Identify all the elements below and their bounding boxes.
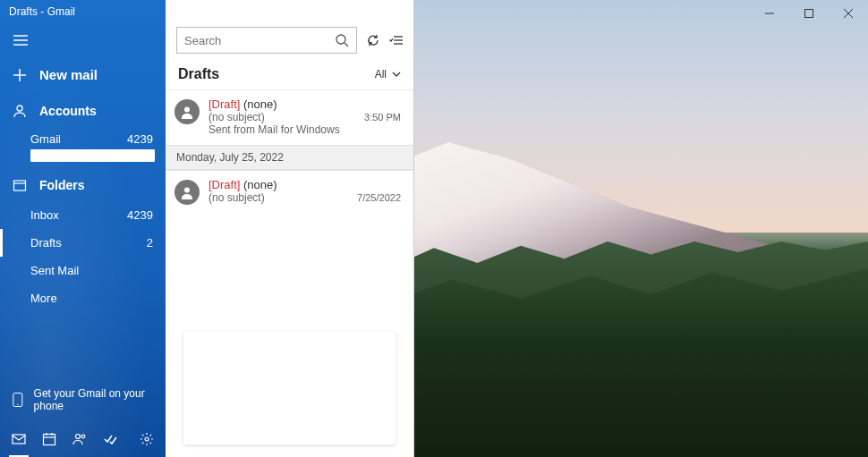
svg-point-27 [184,107,190,113]
list-heading: Drafts [178,66,219,82]
message-preview: Sent from Mail for Windows [208,123,355,136]
refresh-icon [366,33,380,47]
message-item[interactable]: [Draft] (none) (no subject) Sent from Ma… [166,89,413,145]
message-subject: (no subject) [208,111,355,123]
select-icon [389,33,404,47]
svg-point-20 [81,435,85,438]
message-from: (none) [243,178,277,191]
folder-sent[interactable]: Sent Mail [0,257,166,284]
nav-settings[interactable] [133,421,160,457]
refresh-button[interactable] [366,31,380,49]
folder-label: Drafts [30,236,62,250]
message-list-pane: Drafts All [Draft] (none) (no subject) S… [166,0,414,457]
gear-icon [140,432,154,446]
svg-point-19 [76,435,81,439]
account-email [30,149,155,162]
folder-inbox[interactable]: Inbox 4239 [0,201,166,229]
account-count: 4239 [127,132,153,146]
folder-more[interactable]: More [0,284,166,312]
title-bar: Drafts - Gmail [0,0,868,27]
new-mail-label: New mail [39,67,98,82]
minimize-button[interactable] [750,0,789,27]
svg-point-13 [17,404,18,405]
sidebar: New mail Accounts Gmail 4239 Folders Inb… [0,0,166,457]
message-item[interactable]: [Draft] (none) (no subject) 7/25/2022 [166,170,413,214]
folder-label: More [30,292,57,305]
accounts-label: Accounts [39,104,97,118]
person-icon [13,104,27,118]
svg-point-9 [17,106,22,111]
promo-text: Get your Gmail on your phone [34,387,153,412]
folder-icon [13,178,27,192]
svg-rect-10 [14,181,26,190]
message-body: [Draft] (none) (no subject) [208,178,348,205]
draft-tag: [Draft] [208,178,240,191]
svg-point-22 [336,35,345,44]
list-header: Drafts All [166,61,413,89]
account-row[interactable]: Gmail 4239 [0,127,166,148]
hamburger-icon [13,32,29,48]
folder-count: 2 [147,236,153,250]
accounts-header[interactable]: Accounts [0,95,166,127]
folders-header[interactable]: Folders [0,169,166,201]
folder-label: Inbox [30,208,59,222]
message-time: 7/25/2022 [357,192,401,203]
promo-banner[interactable]: Get your Gmail on your phone [0,378,166,421]
search-icon [335,33,349,47]
folders-label: Folders [39,178,85,192]
preview-card [183,332,396,444]
search-box[interactable] [176,27,357,54]
folder-label: Sent Mail [30,264,79,277]
avatar [174,99,200,124]
search-input[interactable] [184,34,335,47]
plus-icon [13,68,27,82]
date-separator: Monday, July 25, 2022 [166,145,413,170]
svg-rect-1 [805,10,813,18]
account-name: Gmail [30,132,61,146]
message-subject: (no subject) [208,191,348,204]
nav-todo[interactable] [97,421,123,457]
phone-icon [13,392,23,408]
person-icon [180,185,194,199]
hamburger-button[interactable] [0,25,166,55]
bottom-nav [0,421,166,457]
svg-line-23 [345,43,348,47]
svg-rect-15 [44,435,55,445]
select-mode-button[interactable] [389,31,404,49]
folder-count: 4239 [127,208,153,222]
filter-dropdown[interactable]: All [375,68,401,80]
message-from: (none) [243,97,277,111]
nav-mail[interactable] [5,421,32,457]
calendar-icon [42,432,56,446]
folder-drafts[interactable]: Drafts 2 [0,229,166,257]
window-title: Drafts - Gmail [9,5,75,18]
message-time: 3:50 PM [364,112,401,123]
mail-icon [12,432,26,446]
filter-label: All [375,68,387,80]
svg-point-21 [145,437,149,441]
person-icon [180,105,194,119]
nav-people[interactable] [66,421,93,457]
draft-tag: [Draft] [208,97,240,111]
svg-rect-14 [13,435,25,444]
svg-point-28 [184,188,190,193]
close-button[interactable] [829,0,868,27]
chevron-down-icon [392,70,401,79]
maximize-button[interactable] [789,0,829,27]
avatar [174,180,200,205]
new-mail-button[interactable]: New mail [0,55,166,95]
check-icon [103,432,117,446]
message-body: [Draft] (none) (no subject) Sent from Ma… [208,97,355,136]
people-icon [72,432,87,446]
nav-calendar[interactable] [36,421,63,457]
